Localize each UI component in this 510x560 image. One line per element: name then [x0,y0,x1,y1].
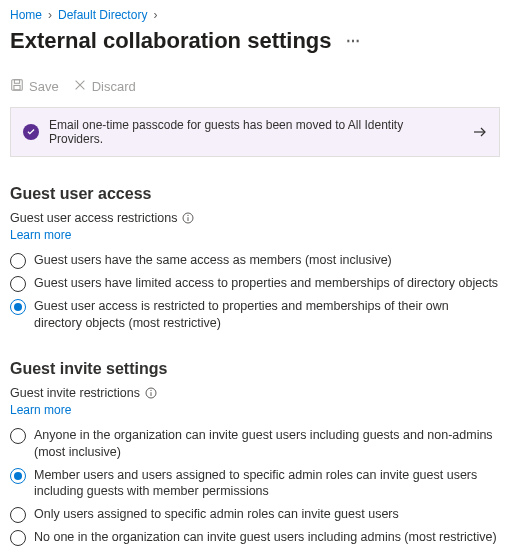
breadcrumb-home[interactable]: Home [10,8,42,22]
svg-point-11 [150,390,151,391]
guest-access-option-0[interactable]: Guest users have the same access as memb… [10,252,500,269]
guest-access-subhead-text: Guest user access restrictions [10,211,177,225]
guest-invite-radio-group: Anyone in the organization can invite gu… [10,427,500,547]
guest-access-radio-group: Guest users have the same access as memb… [10,252,500,332]
guest-invite-subhead: Guest invite restrictions [10,386,500,400]
radio-label: Guest users have limited access to prope… [34,275,498,292]
page-title: External collaboration settings ⋯ [10,28,500,54]
section-guest-access-heading: Guest user access [10,185,500,203]
guest-invite-option-3[interactable]: No one in the organization can invite gu… [10,529,500,546]
svg-rect-1 [14,80,19,84]
close-icon [73,78,87,95]
save-icon [10,78,24,95]
guest-access-option-1[interactable]: Guest users have limited access to prope… [10,275,500,292]
more-actions-button[interactable]: ⋯ [342,31,364,51]
page-title-text: External collaboration settings [10,28,332,54]
radio-button[interactable] [10,253,26,269]
radio-label: Guest user access is restricted to prope… [34,298,500,332]
info-icon[interactable] [145,387,157,399]
chevron-right-icon: › [153,8,157,22]
save-button[interactable]: Save [10,78,59,95]
radio-button[interactable] [10,299,26,315]
guest-access-learn-more-link[interactable]: Learn more [10,228,71,242]
radio-button[interactable] [10,276,26,292]
radio-button[interactable] [10,507,26,523]
guest-access-option-2[interactable]: Guest user access is restricted to prope… [10,298,500,332]
guest-invite-learn-more-link[interactable]: Learn more [10,403,71,417]
guest-access-subhead: Guest user access restrictions [10,211,500,225]
discard-button[interactable]: Discard [73,78,136,95]
svg-rect-2 [14,85,20,89]
guest-invite-option-1[interactable]: Member users and users assigned to speci… [10,467,500,501]
chevron-right-icon: › [48,8,52,22]
radio-label: Member users and users assigned to speci… [34,467,500,501]
radio-button[interactable] [10,530,26,546]
discard-label: Discard [92,79,136,94]
info-badge-icon [23,124,39,140]
guest-invite-option-0[interactable]: Anyone in the organization can invite gu… [10,427,500,461]
breadcrumb-directory[interactable]: Default Directory [58,8,147,22]
radio-label: Only users assigned to specific admin ro… [34,506,399,523]
guest-invite-subhead-text: Guest invite restrictions [10,386,140,400]
radio-button[interactable] [10,468,26,484]
radio-label: Guest users have the same access as memb… [34,252,392,269]
save-label: Save [29,79,59,94]
section-guest-invite-heading: Guest invite settings [10,360,500,378]
info-banner[interactable]: Email one-time passcode for guests has b… [10,107,500,157]
arrow-right-icon [473,127,487,137]
svg-point-8 [188,215,189,216]
guest-invite-option-2[interactable]: Only users assigned to specific admin ro… [10,506,500,523]
breadcrumb: Home › Default Directory › [10,8,500,22]
toolbar: Save Discard [10,78,500,95]
radio-button[interactable] [10,428,26,444]
radio-label: Anyone in the organization can invite gu… [34,427,500,461]
radio-label: No one in the organization can invite gu… [34,529,497,546]
banner-text: Email one-time passcode for guests has b… [49,118,459,146]
info-icon[interactable] [182,212,194,224]
